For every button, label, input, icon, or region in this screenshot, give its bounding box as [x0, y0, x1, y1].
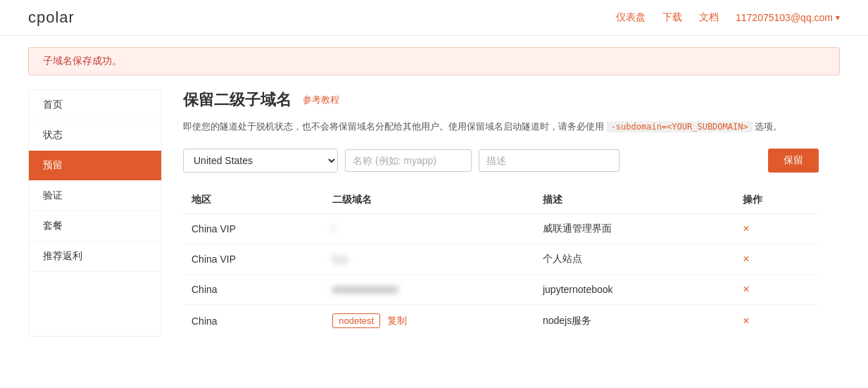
sidebar-item-referral[interactable]: 推荐返利 — [29, 242, 161, 272]
sidebar-item-status[interactable]: 状态 — [29, 120, 161, 151]
row1-action: × — [734, 214, 819, 244]
table-head: 地区 二级域名 描述 操作 — [183, 187, 819, 214]
col-subdomain: 二级域名 — [324, 187, 534, 214]
logo: cpolar — [28, 8, 75, 27]
table-body: China VIP t 威联通管理界面 × China VIP bse 个人站点 — [183, 214, 819, 337]
col-region: 地区 — [183, 187, 324, 214]
row3-action: × — [734, 275, 819, 305]
nav-docs[interactable]: 文档 — [699, 11, 719, 24]
row2-delete-icon[interactable]: × — [743, 253, 749, 265]
description-input[interactable] — [479, 149, 619, 172]
user-menu[interactable]: 1172075103@qq.com — [736, 12, 840, 23]
nav-download[interactable]: 下载 — [662, 11, 682, 24]
row1-region: China VIP — [183, 214, 324, 244]
tutorial-link[interactable]: 参考教程 — [303, 94, 339, 106]
row1-subdomain-value: t — [332, 223, 335, 234]
nav-dashboard[interactable]: 仪表盘 — [616, 11, 646, 24]
alert-success: 子域名保存成功。 — [28, 47, 840, 75]
sidebar-item-package[interactable]: 套餐 — [29, 211, 161, 242]
content-header: 保留二级子域名 参考教程 — [183, 89, 819, 111]
row2-description: 个人站点 — [534, 244, 734, 275]
row3-description: jupyternotebook — [534, 275, 734, 305]
content-area: 保留二级子域名 参考教程 即使您的隧道处于脱机状态，也不会将保留域名分配给其他用… — [162, 89, 840, 337]
row1-subdomain: t — [324, 214, 534, 244]
col-action: 操作 — [734, 187, 819, 214]
nodetest-badge: nodetest — [332, 313, 380, 328]
region-select[interactable]: United States China China VIP — [183, 149, 338, 173]
row4-action: × — [734, 305, 819, 337]
name-input[interactable] — [345, 149, 472, 172]
row2-action: × — [734, 244, 819, 275]
row3-delete-icon[interactable]: × — [743, 283, 749, 295]
row4-delete-icon[interactable]: × — [743, 315, 749, 327]
form-row: United States China China VIP 保留 — [183, 149, 819, 173]
row4-subdomain: nodetest 复制 — [324, 305, 534, 337]
header-nav: 仪表盘 下载 文档 1172075103@qq.com — [616, 11, 840, 24]
subdomain-table: 地区 二级域名 描述 操作 China VIP t 威联通管理界面 × — [183, 187, 819, 337]
table-row: China VIP bse 个人站点 × — [183, 244, 819, 275]
content-description: 即使您的隧道处于脱机状态，也不会将保留域名分配给其他用户。使用保留域名启动隧道时… — [183, 119, 819, 134]
copy-button[interactable]: 复制 — [387, 315, 407, 327]
nodetest-cell: nodetest 复制 — [332, 313, 526, 328]
desc-part2: 选项。 — [755, 121, 782, 132]
col-description: 描述 — [534, 187, 734, 214]
main-layout: 首页 状态 预留 验证 套餐 推荐返利 保留二级子域名 参考教程 即使您的隧道处… — [28, 89, 840, 337]
row4-description: nodejs服务 — [534, 305, 734, 337]
table-row: China ■■■■■■■■■■■ jupyternotebook × — [183, 275, 819, 305]
sidebar: 首页 状态 预留 验证 套餐 推荐返利 — [28, 89, 162, 337]
save-button[interactable]: 保留 — [768, 149, 819, 173]
sidebar-item-home[interactable]: 首页 — [29, 90, 161, 120]
table-row: China nodetest 复制 nodejs服务 × — [183, 305, 819, 337]
row2-subdomain-value: bse — [332, 254, 348, 265]
row1-delete-icon[interactable]: × — [743, 223, 749, 234]
desc-code: -subdomain=<YOUR_SUBDOMAIN> — [607, 121, 753, 132]
row3-subdomain: ■■■■■■■■■■■ — [324, 275, 534, 305]
table-row: China VIP t 威联通管理界面 × — [183, 214, 819, 244]
sidebar-item-verify[interactable]: 验证 — [29, 181, 161, 211]
row4-region: China — [183, 305, 324, 337]
row1-description: 威联通管理界面 — [534, 214, 734, 244]
alert-message: 子域名保存成功。 — [43, 55, 122, 66]
row2-region: China VIP — [183, 244, 324, 275]
row3-region: China — [183, 275, 324, 305]
header: cpolar 仪表盘 下载 文档 1172075103@qq.com — [0, 0, 868, 36]
desc-part1: 即使您的隧道处于脱机状态，也不会将保留域名分配给其他用户。使用保留域名启动隧道时… — [183, 121, 604, 132]
page-title: 保留二级子域名 — [183, 89, 291, 111]
sidebar-item-reserved[interactable]: 预留 — [29, 151, 161, 181]
row2-subdomain: bse — [324, 244, 534, 275]
row3-subdomain-value: ■■■■■■■■■■■ — [332, 284, 398, 295]
